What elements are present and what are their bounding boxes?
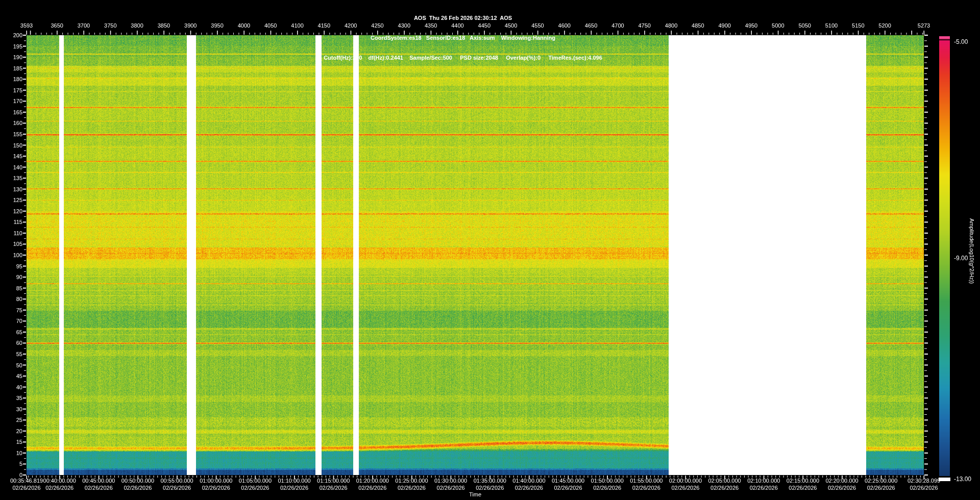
processing-params: Cutoff(Hz):200 df(Hz):0.2441 Sample/Sec:…	[0, 55, 926, 61]
freq-tick-label: 65	[5, 329, 22, 335]
freq-tick-label: 135	[5, 175, 22, 181]
top-axis-tick-label: 5273	[918, 22, 930, 29]
freq-tick-label: 40	[5, 384, 22, 390]
date-tick-label: 02/26/2026	[476, 485, 504, 491]
top-axis-tick-label: 3800	[131, 22, 143, 29]
freq-tick-label: 15	[5, 439, 22, 445]
top-axis-tick-label: 5050	[798, 22, 811, 29]
top-axis-tick-label: 4350	[425, 22, 437, 29]
sensor-settings: CoordSystem:es18 SensorID:es18 Axis:sum …	[0, 35, 926, 41]
time-tick-label: 02:20:00.000	[825, 478, 858, 484]
date-tick-label: 02/26/2026	[750, 485, 778, 491]
freq-tick-label: 180	[5, 76, 22, 82]
freq-tick-label: 30	[5, 406, 22, 412]
freq-tick-label: 175	[5, 87, 22, 93]
date-tick-label: 02/26/2026	[12, 485, 40, 491]
time-tick-label: 02:05:00.000	[708, 478, 741, 484]
freq-tick-label: 165	[5, 109, 22, 115]
date-tick-label: 02/26/2026	[789, 485, 817, 491]
freq-tick-label: 170	[5, 98, 22, 104]
top-axis-tick-label: 5200	[878, 22, 891, 29]
freq-tick-label: 60	[5, 340, 22, 346]
top-axis-tick-label: 4750	[638, 22, 650, 29]
date-tick-label: 02/26/2026	[593, 485, 621, 491]
date-tick-label: 02/26/2026	[671, 485, 699, 491]
freq-tick-label: 195	[5, 43, 22, 49]
freq-tick-label: 50	[5, 362, 22, 368]
time-tick-label: 02:30:28.099	[908, 478, 940, 484]
freq-tick-label: 145	[5, 153, 22, 159]
spectrogram-canvas[interactable]	[0, 0, 980, 500]
time-tick-label: 00:50:00.000	[121, 478, 154, 484]
date-tick-label: 02/26/2026	[828, 485, 856, 491]
top-axis-tick-label: 5100	[825, 22, 838, 29]
time-tick-label: 01:30:00.000	[434, 478, 467, 484]
time-tick-label: 01:40:00.000	[512, 478, 545, 484]
freq-tick-label: 120	[5, 208, 22, 214]
top-axis-tick-label: 3850	[158, 22, 170, 29]
top-axis-tick-label: 4200	[345, 22, 357, 29]
freq-tick-label: 160	[5, 120, 22, 126]
top-axis-tick-label: 4400	[451, 22, 463, 29]
top-axis-tick-label: 4550	[531, 22, 544, 29]
date-tick-label: 02/26/2026	[124, 485, 152, 491]
time-tick-label: 01:45:00.000	[552, 478, 584, 484]
freq-tick-label: 150	[5, 142, 22, 148]
date-tick-label: 02/26/2026	[554, 485, 582, 491]
freq-tick-label: 110	[5, 230, 22, 236]
colorbar-tick-label: -5.00	[954, 38, 968, 45]
time-tick-label: 01:10:00.000	[278, 478, 310, 484]
plot-header: AOS Thu 26 Feb 2026 02:30:12 AOS CoordSy…	[0, 2, 926, 74]
top-axis-tick-label: 4250	[371, 22, 383, 29]
date-tick-label: 02/26/2026	[710, 485, 739, 491]
time-tick-label: 01:20:00.000	[356, 478, 389, 484]
date-tick-label: 02/26/2026	[202, 485, 230, 491]
time-tick-label: 01:50:00.000	[591, 478, 624, 484]
freq-tick-label: 130	[5, 186, 22, 192]
freq-tick-label: 10	[5, 450, 22, 456]
top-axis-tick-label: 4000	[238, 22, 250, 29]
top-axis-tick-label: 3900	[184, 22, 197, 29]
time-tick-label: 01:25:00.000	[395, 478, 428, 484]
date-tick-label: 02/26/2026	[320, 485, 348, 491]
time-axis-title: Time	[469, 491, 481, 497]
top-axis-tick-label: 4050	[264, 22, 277, 29]
freq-tick-label: 100	[5, 252, 22, 258]
freq-tick-label: 200	[5, 32, 22, 38]
top-axis-tick-label: 5000	[772, 22, 784, 29]
top-axis-tick-label: 3950	[211, 22, 223, 29]
top-axis-tick-label: 4950	[745, 22, 757, 29]
top-axis-tick-label: 4800	[665, 22, 677, 29]
freq-tick-label: 5	[5, 461, 22, 467]
top-axis-tick-label: 5150	[852, 22, 864, 29]
time-tick-label: 00:45:00.000	[82, 478, 115, 484]
date-tick-label: 02/26/2026	[358, 485, 386, 491]
top-axis-tick-label: 4100	[291, 22, 303, 29]
freq-tick-label: 55	[5, 351, 22, 357]
time-tick-label: 02:15:00.000	[787, 478, 819, 484]
top-axis-tick-label: 4650	[585, 22, 597, 29]
freq-tick-label: 95	[5, 263, 22, 269]
date-tick-label: 02/26/2026	[45, 485, 74, 491]
freq-tick-label: 20	[5, 428, 22, 434]
time-tick-label: 02:25:00.000	[865, 478, 897, 484]
date-tick-label: 02/26/2026	[910, 485, 938, 491]
top-axis-tick-label: 4450	[478, 22, 491, 29]
freq-tick-label: 80	[5, 296, 22, 302]
top-axis-tick-label: 4850	[692, 22, 704, 29]
freq-tick-label: 105	[5, 241, 22, 247]
time-tick-label: 01:05:00.000	[239, 478, 272, 484]
freq-tick-label: 25	[5, 417, 22, 423]
date-tick-label: 02/26/2026	[867, 485, 895, 491]
time-tick-label: 02:00:00.000	[669, 478, 702, 484]
top-axis-tick-label: 4900	[718, 22, 730, 29]
colorbar-tick-label: -13.00	[954, 476, 971, 483]
colorbar-axis-label: Amplitude(Log10(g^2/Hz))	[969, 218, 975, 284]
date-tick-label: 02/26/2026	[515, 485, 543, 491]
date-tick-label: 02/26/2026	[398, 485, 426, 491]
top-axis-tick-label: 4700	[611, 22, 624, 29]
freq-tick-label: 115	[5, 219, 22, 225]
freq-tick-label: 75	[5, 307, 22, 313]
time-tick-label: 00:35:46.819	[10, 478, 43, 484]
top-axis-tick-label: 3593	[20, 22, 33, 29]
